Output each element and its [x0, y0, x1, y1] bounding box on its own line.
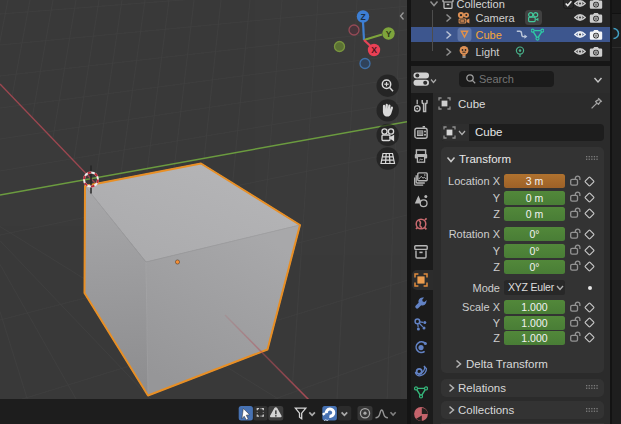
svg-text:Y: Y	[386, 29, 392, 39]
svg-text:X: X	[371, 45, 377, 55]
svg-text:Z: Z	[360, 12, 365, 22]
